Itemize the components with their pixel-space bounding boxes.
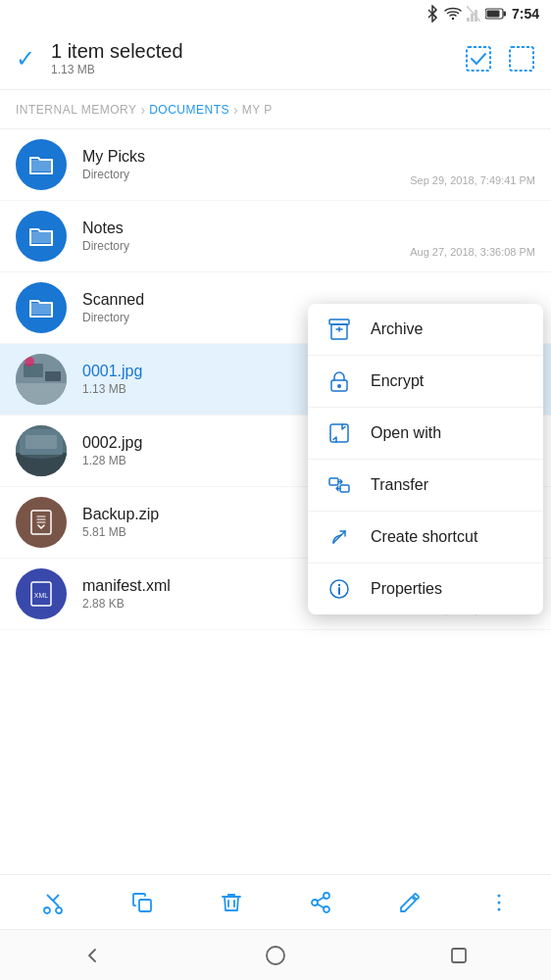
file-name: Notes xyxy=(82,220,394,237)
more-button[interactable] xyxy=(477,881,521,924)
bluetooth-icon xyxy=(426,5,439,23)
menu-item-open-with[interactable]: Open with xyxy=(308,408,543,460)
back-icon xyxy=(82,946,102,965)
svg-point-16 xyxy=(25,357,34,367)
avatar xyxy=(16,139,67,190)
svg-rect-11 xyxy=(510,47,533,71)
status-bar: 7:54 xyxy=(0,0,551,27)
status-icons: 7:54 xyxy=(426,5,539,23)
svg-line-43 xyxy=(317,904,324,907)
menu-item-properties[interactable]: Properties xyxy=(308,564,543,614)
svg-rect-13 xyxy=(16,383,67,405)
selected-count: 1 item selected xyxy=(51,40,449,63)
encrypt-label: Encrypt xyxy=(371,372,424,390)
avatar: XML xyxy=(16,568,67,619)
menu-item-encrypt[interactable]: Encrypt xyxy=(308,356,543,408)
select-icon[interactable] xyxy=(508,45,535,73)
battery-icon xyxy=(485,8,507,20)
action-bar-icons xyxy=(465,45,535,73)
file-date: Aug 27, 2018, 3:36:08 PM xyxy=(410,246,535,262)
svg-point-45 xyxy=(497,894,500,897)
svg-rect-30 xyxy=(329,478,338,485)
folder-icon xyxy=(27,151,55,178)
checkmark-icon: ✓ xyxy=(16,45,35,73)
properties-icon xyxy=(327,577,351,601)
cut-icon xyxy=(41,891,65,914)
xml-icon: XML xyxy=(27,580,55,608)
svg-rect-15 xyxy=(45,371,61,381)
home-icon xyxy=(265,945,286,966)
cut-button[interactable] xyxy=(31,881,75,924)
svg-point-35 xyxy=(44,907,50,913)
svg-rect-31 xyxy=(340,485,349,492)
rename-button[interactable] xyxy=(388,881,431,924)
list-item[interactable]: My Picks Directory Sep 29, 2018, 7:49:41… xyxy=(0,129,551,201)
select-all-icon[interactable] xyxy=(465,45,492,73)
svg-line-44 xyxy=(317,897,324,901)
breadcrumb-internal-memory[interactable]: INTERNAL MEMORY xyxy=(16,103,137,117)
context-menu: Archive Encrypt Open with xyxy=(308,304,543,614)
breadcrumb-myp[interactable]: MY P xyxy=(242,103,273,117)
share-button[interactable] xyxy=(299,881,342,924)
shortcut-icon xyxy=(327,525,351,549)
folder-icon xyxy=(27,222,55,250)
copy-button[interactable] xyxy=(121,881,164,924)
menu-item-create-shortcut[interactable]: Create shortcut xyxy=(308,512,543,564)
file-name: My Picks xyxy=(82,148,394,166)
breadcrumb-sep-1: › xyxy=(141,102,146,118)
archive-icon xyxy=(327,318,351,341)
svg-rect-49 xyxy=(452,949,466,962)
file-type: Directory xyxy=(82,239,394,253)
zip-icon xyxy=(27,509,55,536)
share-icon xyxy=(309,891,332,914)
file-info: My Picks Directory xyxy=(82,148,394,181)
svg-point-28 xyxy=(337,384,341,388)
svg-rect-4 xyxy=(471,14,474,22)
svg-line-38 xyxy=(53,895,59,901)
svg-rect-39 xyxy=(139,900,151,911)
breadcrumb: INTERNAL MEMORY › DOCUMENTS › MY P xyxy=(0,90,551,129)
open-with-icon xyxy=(327,421,351,445)
svg-point-40 xyxy=(324,893,329,899)
breadcrumb-documents[interactable]: DOCUMENTS xyxy=(149,103,229,117)
file-info: Notes Directory xyxy=(82,220,394,253)
list-item[interactable]: Notes Directory Aug 27, 2018, 3:36:08 PM xyxy=(0,201,551,272)
svg-rect-3 xyxy=(467,18,470,22)
svg-rect-8 xyxy=(503,12,506,17)
action-bar-text: 1 item selected 1.13 MB xyxy=(51,40,449,76)
back-button[interactable] xyxy=(63,934,122,977)
svg-text:XML: XML xyxy=(34,592,49,599)
properties-label: Properties xyxy=(371,580,442,598)
home-button[interactable] xyxy=(246,934,305,977)
wifi-icon xyxy=(444,7,462,21)
avatar xyxy=(16,354,67,405)
encrypt-icon xyxy=(327,369,351,393)
svg-point-48 xyxy=(267,947,284,964)
delete-icon xyxy=(220,891,243,914)
avatar xyxy=(16,211,67,262)
svg-point-2 xyxy=(452,18,454,20)
image-thumb xyxy=(16,425,67,476)
signal-icon xyxy=(467,6,480,22)
delete-button[interactable] xyxy=(210,881,253,924)
transfer-label: Transfer xyxy=(371,476,428,494)
recents-button[interactable] xyxy=(429,934,488,977)
svg-point-47 xyxy=(497,907,500,910)
folder-icon xyxy=(27,294,55,321)
transfer-icon xyxy=(327,473,351,497)
open-with-label: Open with xyxy=(371,424,441,442)
create-shortcut-label: Create shortcut xyxy=(371,528,477,546)
rename-icon xyxy=(398,891,422,914)
svg-point-36 xyxy=(56,907,62,913)
avatar xyxy=(16,497,67,548)
copy-icon xyxy=(130,891,154,914)
svg-rect-9 xyxy=(486,11,499,18)
svg-rect-10 xyxy=(467,47,490,71)
svg-point-41 xyxy=(312,900,318,906)
menu-item-transfer[interactable]: Transfer xyxy=(308,460,543,512)
menu-item-archive[interactable]: Archive xyxy=(308,304,543,356)
file-type: Directory xyxy=(82,168,394,181)
svg-rect-21 xyxy=(25,435,57,449)
selected-size: 1.13 MB xyxy=(51,63,449,76)
svg-rect-14 xyxy=(24,364,43,377)
